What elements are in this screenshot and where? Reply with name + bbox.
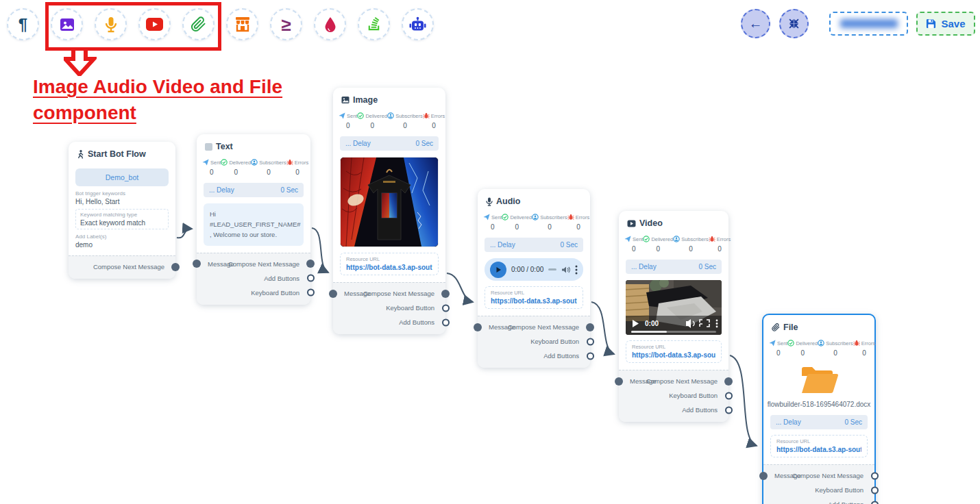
flow-builder-canvas[interactable]: ¶ ≥	[0, 0, 980, 504]
back-button[interactable]: ←	[741, 9, 770, 38]
errors-label: Errors	[861, 340, 875, 346]
errors-icon	[567, 214, 574, 220]
output-port-keyboard[interactable]	[442, 304, 450, 312]
sent-value: 0	[483, 223, 502, 231]
resource-url-link[interactable]: https://bot-data.s3.ap-southeast-1.wasab…	[776, 446, 861, 453]
fit-view-button[interactable]	[779, 9, 809, 38]
message-preview[interactable]: Hi #LEAD_USER_FIRST_NAME# , Welcome to o…	[204, 203, 304, 246]
node-start-bot-flow[interactable]: Start Bot Flow Demo_bot Bot trigger keyw…	[69, 142, 175, 279]
delay-row[interactable]: ... Delay 0 Sec	[770, 415, 868, 429]
image-preview[interactable]	[340, 157, 439, 247]
delivered-value: 0	[502, 223, 532, 231]
resource-url-link[interactable]: https://bot-data.s3.ap-southeast-1.wasab…	[346, 264, 432, 271]
input-port-message[interactable]	[193, 260, 201, 268]
delay-value: 0 Sec	[698, 263, 716, 270]
input-port-message[interactable]	[759, 472, 768, 480]
bot-name-button[interactable]: Demo_bot	[75, 168, 169, 186]
delay-row[interactable]: ... Delay 0 Sec	[204, 183, 304, 197]
node-title: Start Bot Flow	[88, 149, 146, 159]
save-button[interactable]: Save	[916, 12, 975, 36]
component-button-droplet[interactable]	[314, 8, 346, 40]
port-label-compose: Compose Next Message	[646, 377, 718, 385]
audio-node-icon	[486, 197, 493, 206]
port-label-add-buttons: Add Buttons	[264, 275, 299, 282]
input-port-message[interactable]	[474, 323, 482, 331]
output-port-add-buttons[interactable]	[307, 275, 315, 282]
sent-label: Sent	[347, 113, 357, 119]
output-port-compose[interactable]	[441, 290, 450, 298]
file-preview[interactable]: flowbuilder-518-1695464072.docx	[763, 358, 874, 410]
output-port-add-buttons[interactable]	[871, 501, 879, 504]
output-port-compose[interactable]	[306, 260, 315, 268]
subscribers-icon	[251, 159, 258, 166]
component-button-quick-reply[interactable]	[358, 8, 390, 40]
delivered-icon	[221, 159, 228, 166]
resource-url-link[interactable]: https://bot-data.s3.ap-southeast-1.wasab…	[632, 351, 715, 359]
video-player[interactable]: 0:00	[626, 280, 722, 335]
output-port-keyboard[interactable]	[871, 486, 879, 494]
paragraph-icon: ¶	[19, 16, 27, 33]
delay-row[interactable]: ... Delay 0 Sec	[626, 260, 722, 274]
output-port-keyboard[interactable]	[725, 392, 733, 399]
audio-menu-icon[interactable]	[575, 265, 578, 275]
node-image[interactable]: Image Sent0 Delivered0 Subscribers0 Erro…	[333, 88, 445, 334]
errors-label: Errors	[717, 236, 731, 242]
resource-url-label: Resource URL	[491, 290, 577, 296]
compress-icon	[788, 18, 800, 29]
output-port-add-buttons[interactable]	[725, 406, 733, 414]
port-label-keyboard: Keyboard Button	[530, 338, 579, 345]
component-button-condition[interactable]: ≥	[270, 8, 302, 40]
node-title: Text	[216, 142, 233, 151]
sent-value: 0	[769, 349, 787, 357]
audio-player[interactable]: 0:00 / 0:00	[485, 258, 583, 281]
add-labels-value[interactable]: demo	[75, 241, 169, 249]
node-audio[interactable]: Audio Sent0 Delivered0 Subscribers0 Erro…	[478, 189, 590, 368]
delivered-label: Delivered	[229, 160, 251, 166]
input-port-message[interactable]	[615, 377, 623, 386]
audio-play-button[interactable]	[490, 262, 506, 278]
output-port-add-buttons[interactable]	[442, 318, 450, 326]
sent-label: Sent	[777, 340, 787, 346]
output-port-compose[interactable]	[871, 472, 879, 479]
node-video[interactable]: Video Sent0 Delivered0 Subscribers0 Erro…	[619, 211, 728, 422]
sent-icon	[339, 112, 345, 119]
port-label-message: Message	[208, 260, 234, 268]
audio-seek-bar[interactable]	[548, 268, 556, 270]
component-button-bot[interactable]	[402, 8, 434, 40]
output-port-keyboard[interactable]	[587, 338, 594, 345]
delay-row[interactable]: ... Delay 0 Sec	[485, 238, 583, 252]
node-text[interactable]: Text Sent0 Delivered0 Subscribers0 Error…	[197, 134, 310, 305]
trigger-keywords-value[interactable]: Hi, Hello, Start	[75, 198, 169, 205]
image-node-icon	[341, 96, 350, 104]
output-port-add-buttons[interactable]	[587, 352, 594, 360]
output-port-compose[interactable]	[724, 377, 733, 386]
walking-person-icon	[77, 150, 84, 159]
delivered-value: 0	[787, 349, 818, 357]
port-label-compose: Compose Next Message	[508, 323, 579, 331]
delivered-label: Delivered	[796, 340, 818, 346]
errors-icon	[709, 236, 715, 242]
greater-equal-icon: ≥	[281, 16, 291, 34]
port-label-message: Message	[630, 377, 657, 385]
delay-row[interactable]: ... Delay 0 Sec	[340, 136, 439, 151]
component-button-ecommerce[interactable]	[226, 8, 258, 40]
sent-icon	[769, 340, 776, 346]
output-port-compose[interactable]	[171, 263, 180, 271]
node-file[interactable]: File Sent0 Delivered0 Subscribers0 Error…	[762, 314, 876, 504]
output-port-keyboard[interactable]	[307, 289, 315, 297]
video-node-icon	[627, 220, 636, 227]
annotation-text: Image Audio Video and File component	[33, 74, 293, 126]
resource-url-link[interactable]: https://bot-data.s3.ap-southeast-1.wasab…	[491, 297, 577, 305]
component-button-text[interactable]: ¶	[7, 8, 39, 40]
output-port-compose[interactable]	[586, 323, 594, 331]
robot-icon	[409, 16, 426, 33]
redacted-button[interactable]	[829, 12, 908, 36]
input-port-message[interactable]	[329, 290, 337, 298]
resource-url-box: Resource URL https://bot-data.s3.ap-sout…	[485, 286, 583, 309]
matching-type-value[interactable]: Exact keyword match	[80, 219, 164, 227]
volume-icon[interactable]	[561, 266, 570, 274]
sent-label: Sent	[633, 236, 643, 242]
errors-icon	[286, 159, 293, 166]
sent-icon	[624, 236, 631, 242]
delay-value: 0 Sec	[415, 140, 433, 147]
